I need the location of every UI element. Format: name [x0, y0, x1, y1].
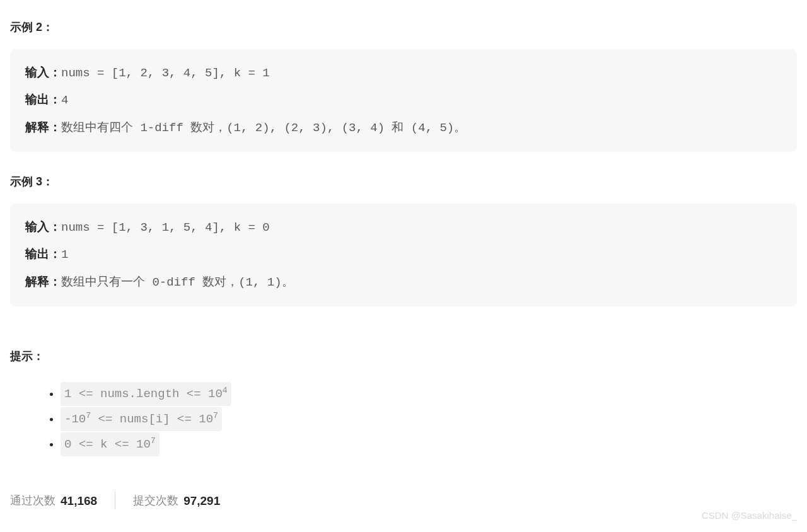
pass-count-value: 41,168: [61, 488, 97, 514]
constraint-code: 1 <= nums.length <= 104: [61, 382, 231, 406]
submit-count-value: 97,291: [183, 488, 220, 514]
example-2-block: 输入：nums = [1, 2, 3, 4, 5], k = 1 输出：4 解释…: [10, 49, 797, 152]
constraint-code: -107 <= nums[i] <= 107: [61, 407, 222, 431]
output-value: 4: [61, 93, 68, 107]
output-value: 1: [61, 248, 68, 262]
explain-label: 解释：: [25, 275, 61, 288]
pass-count-label: 通过次数: [10, 489, 55, 514]
example-2-title: 示例 2：: [10, 15, 797, 40]
explain-value: 数组中只有一个 0-diff 数对，(1, 1)。: [61, 275, 294, 289]
constraint-item: -107 <= nums[i] <= 107: [61, 407, 797, 431]
output-label: 输出：: [25, 247, 61, 260]
constraints-list: 1 <= nums.length <= 104 -107 <= nums[i] …: [10, 382, 797, 456]
input-label: 输入：: [25, 220, 61, 233]
explain-label: 解释：: [25, 120, 61, 134]
input-label: 输入：: [25, 66, 61, 79]
watermark: CSDN @Sasakihaise_: [702, 505, 797, 526]
example-3-title: 示例 3：: [10, 170, 797, 195]
hints-title: 提示：: [10, 344, 797, 369]
stats-divider: [115, 492, 115, 509]
output-label: 输出：: [25, 93, 61, 106]
explain-value: 数组中有四个 1-diff 数对，(1, 2), (2, 3), (3, 4) …: [61, 121, 466, 135]
example-3-block: 输入：nums = [1, 3, 1, 5, 4], k = 0 输出：1 解释…: [10, 204, 797, 306]
constraint-item: 0 <= k <= 107: [61, 432, 797, 456]
constraint-item: 1 <= nums.length <= 104: [61, 382, 797, 406]
submit-count-label: 提交次数: [133, 489, 178, 514]
input-value: nums = [1, 3, 1, 5, 4], k = 0: [61, 221, 270, 234]
input-value: nums = [1, 2, 3, 4, 5], k = 1: [61, 66, 270, 80]
stats-bar: 通过次数 41,168 提交次数 97,291: [10, 488, 797, 514]
constraint-code: 0 <= k <= 107: [61, 432, 160, 456]
